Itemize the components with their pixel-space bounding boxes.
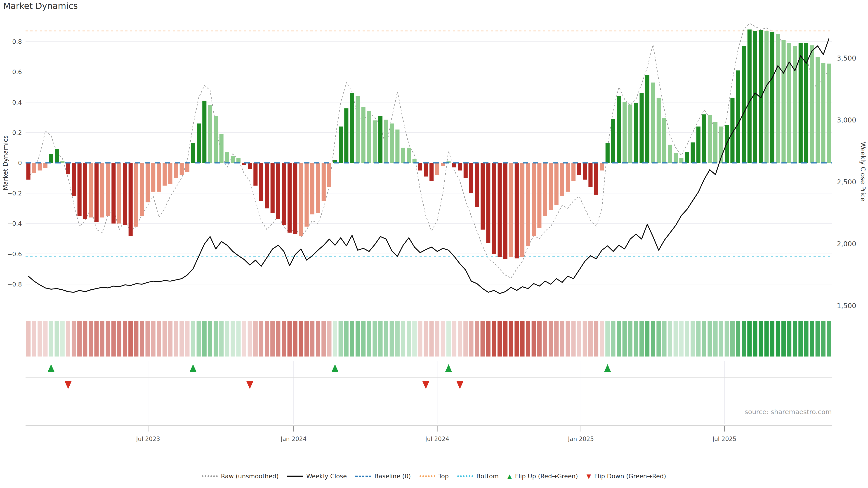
- dynamics-bar: [617, 96, 621, 163]
- heat-strip-cell: [594, 321, 598, 357]
- left-axis-tick-label: −0.6: [7, 251, 22, 258]
- heat-strip-cell: [730, 321, 735, 357]
- left-axis-tick-label: 0.2: [12, 129, 22, 136]
- legend-label: Raw (unsmoothed): [221, 473, 279, 480]
- dynamics-bar: [469, 163, 473, 193]
- heat-strip-cell: [225, 321, 229, 357]
- heat-strip-cell: [94, 321, 98, 357]
- dynamics-bar: [520, 163, 524, 257]
- dynamics-bar: [464, 163, 468, 178]
- heat-strip-cell: [509, 321, 513, 357]
- dynamics-bar: [787, 43, 792, 163]
- heat-strip-cell: [702, 321, 706, 357]
- dynamics-bar: [407, 148, 411, 163]
- heat-strip-cell: [690, 321, 695, 357]
- dynamics-bar: [611, 119, 615, 163]
- dynamics-bar: [202, 101, 206, 163]
- dynamics-bar: [339, 127, 343, 163]
- x-axis-tick-label: Jul 2024: [425, 435, 449, 442]
- legend-swatch-solid: [287, 476, 303, 477]
- right-axis-tick-label: 2,500: [837, 178, 856, 186]
- heat-strip-cell: [804, 321, 808, 357]
- heat-strip-cell: [515, 321, 519, 357]
- dynamics-bar: [549, 163, 553, 210]
- heat-strip-cell: [157, 321, 161, 357]
- right-axis-tick-label: 2,000: [837, 240, 856, 248]
- heat-strip-cell: [89, 321, 93, 357]
- heat-strip-cell: [276, 321, 280, 357]
- dynamics-bar: [571, 163, 576, 181]
- dynamics-bar: [237, 158, 241, 163]
- heat-strip-cell: [713, 321, 717, 357]
- dynamics-bar: [532, 163, 536, 236]
- legend-swatch-dotted: [420, 475, 435, 477]
- heat-strip-cell: [475, 321, 479, 357]
- dynamics-bar: [691, 142, 695, 163]
- legend-item: ▼Flip Down (Green→Red): [587, 473, 666, 480]
- dynamics-bar: [384, 120, 388, 163]
- heat-strip-cell: [367, 321, 371, 357]
- dynamics-bar: [362, 107, 366, 163]
- right-axis-tick-label: 1,500: [837, 302, 856, 310]
- heat-strip-cell: [191, 321, 195, 357]
- heat-strip-cell: [815, 321, 820, 357]
- heat-strip-cell: [185, 321, 189, 357]
- dynamics-bar: [776, 34, 780, 163]
- heat-strip-cell: [339, 321, 343, 357]
- dynamics-bar: [827, 64, 831, 163]
- heat-strip-cell: [435, 321, 439, 357]
- heat-strip-cell: [605, 321, 610, 357]
- heat-strip-cell: [146, 321, 150, 357]
- heat-strip-cell: [355, 321, 360, 357]
- dynamics-bar: [32, 163, 36, 173]
- legend-label: Baseline (0): [374, 473, 411, 480]
- dynamics-bar: [742, 46, 746, 163]
- heat-strip-cell: [543, 321, 547, 357]
- heat-strip-cell: [373, 321, 377, 357]
- dynamics-bar: [747, 30, 752, 163]
- dynamics-bar: [537, 163, 541, 228]
- heat-strip-cell: [344, 321, 348, 357]
- dynamics-bar: [657, 98, 661, 163]
- dynamics-bar: [38, 163, 42, 170]
- heat-strip-cell: [134, 321, 138, 357]
- heat-strip-cell: [810, 321, 814, 357]
- x-axis-tick-label: Jan 2024: [280, 435, 307, 442]
- heat-strip-cell: [827, 321, 831, 357]
- dynamics-bar: [594, 163, 598, 195]
- heat-strip-cell: [26, 321, 31, 357]
- heat-strip-cell: [793, 321, 797, 357]
- dynamics-bar: [219, 134, 223, 163]
- dynamics-bar: [355, 96, 360, 163]
- heat-strip-cell: [117, 321, 121, 357]
- heat-strip-cell: [60, 321, 65, 357]
- dynamics-bar: [191, 143, 195, 163]
- heat-strip-cell: [781, 321, 786, 357]
- dynamics-bar: [515, 163, 519, 258]
- dynamics-bar: [146, 163, 150, 202]
- flip-up-marker: [332, 364, 338, 372]
- heat-strip-cell: [662, 321, 666, 357]
- dynamics-bar: [560, 163, 564, 196]
- dynamics-bar: [350, 93, 354, 163]
- heat-strip-cell: [492, 321, 496, 357]
- right-axis-tick-label: 3,500: [837, 54, 856, 62]
- legend-item: Weekly Close: [287, 473, 347, 480]
- dynamics-bar: [208, 105, 212, 163]
- dynamics-bar: [435, 163, 439, 175]
- heat-strip-cell: [571, 321, 576, 357]
- heat-strip-cell: [430, 321, 434, 357]
- left-axis-tick-label: −0.4: [7, 220, 22, 227]
- dynamics-bar: [72, 163, 76, 196]
- flip-down-marker: [246, 381, 253, 389]
- heat-strip-cell: [770, 321, 774, 357]
- heat-strip-cell: [390, 321, 394, 357]
- legend-swatch-dashed: [355, 476, 371, 477]
- heat-strip-cell: [32, 321, 36, 357]
- dynamics-bar: [430, 163, 434, 181]
- dynamics-bar: [373, 121, 377, 163]
- dynamics-bar: [622, 102, 627, 163]
- dynamics-bar: [566, 163, 570, 192]
- dynamics-bar: [651, 83, 655, 163]
- dynamics-bar: [628, 105, 632, 163]
